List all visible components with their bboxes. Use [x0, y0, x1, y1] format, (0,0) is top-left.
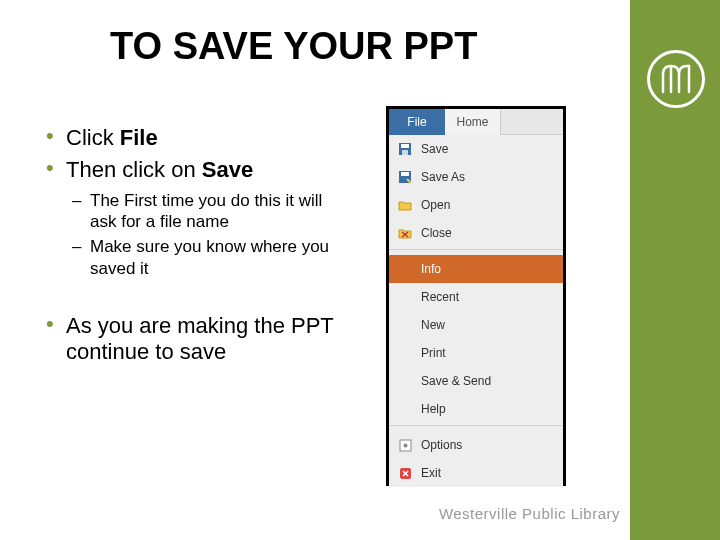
slide-title: TO SAVE YOUR PPT [110, 25, 477, 68]
menu-exit[interactable]: Exit [389, 459, 563, 487]
menu-label: Open [421, 198, 450, 212]
svg-point-8 [403, 443, 407, 447]
menu-new[interactable]: New [389, 311, 563, 339]
blank-icon [397, 289, 413, 305]
menu-options[interactable]: Options [389, 431, 563, 459]
menu-save[interactable]: Save [389, 135, 563, 163]
svg-rect-1 [401, 144, 409, 148]
menu-label: Save [421, 142, 448, 156]
menu-label: Save & Send [421, 374, 491, 388]
menu-label: Info [421, 262, 441, 276]
bullet-text: Then click on [66, 157, 202, 182]
menu-info[interactable]: Info [389, 255, 563, 283]
options-icon [397, 437, 413, 453]
menu-save-as[interactable]: Save As [389, 163, 563, 191]
menu-recent[interactable]: Recent [389, 283, 563, 311]
menu-print[interactable]: Print [389, 339, 563, 367]
bullet-click-save: Then click on Save The First time you do… [40, 157, 350, 278]
menu-label: Close [421, 226, 452, 240]
bullet-click-file: Click File [40, 125, 350, 151]
subbullet-first-time: The First time you do this it will ask f… [66, 190, 350, 233]
close-icon [397, 225, 413, 241]
file-menu-body: Save Save As Open Close Info Recent [389, 135, 563, 487]
menu-label: Recent [421, 290, 459, 304]
blank-icon [397, 317, 413, 333]
svg-rect-4 [401, 172, 409, 176]
ribbon-tabs: File Home [389, 109, 563, 135]
brand-sidebar [630, 0, 720, 540]
subbullet-where-saved: Make sure you know where you saved it [66, 236, 350, 279]
menu-open[interactable]: Open [389, 191, 563, 219]
powerpoint-file-menu: File Home Save Save As Open Close [386, 106, 566, 486]
menu-label: Exit [421, 466, 441, 480]
menu-label: Help [421, 402, 446, 416]
save-as-icon [397, 169, 413, 185]
svg-rect-2 [402, 150, 408, 155]
menu-label: Print [421, 346, 446, 360]
blank-icon [397, 401, 413, 417]
save-icon [397, 141, 413, 157]
open-icon [397, 197, 413, 213]
menu-label: Options [421, 438, 462, 452]
bullet-bold: File [120, 125, 158, 150]
tab-home[interactable]: Home [445, 109, 501, 135]
menu-label: Save As [421, 170, 465, 184]
bullet-continue-save: As you are making the PPT continue to sa… [40, 313, 350, 366]
footer-library-name: Westerville Public Library [439, 505, 620, 522]
bullet-text: Click [66, 125, 120, 150]
slide-body: Click File Then click on Save The First … [40, 125, 350, 372]
menu-help[interactable]: Help [389, 395, 563, 423]
menu-save-send[interactable]: Save & Send [389, 367, 563, 395]
tab-file[interactable]: File [389, 109, 445, 135]
bullet-bold: Save [202, 157, 253, 182]
blank-icon [397, 261, 413, 277]
blank-icon [397, 345, 413, 361]
exit-icon [397, 465, 413, 481]
menu-close[interactable]: Close [389, 219, 563, 247]
slide: TO SAVE YOUR PPT Click File Then click o… [0, 0, 720, 540]
blank-icon [397, 373, 413, 389]
library-logo-icon [647, 50, 705, 108]
menu-label: New [421, 318, 445, 332]
